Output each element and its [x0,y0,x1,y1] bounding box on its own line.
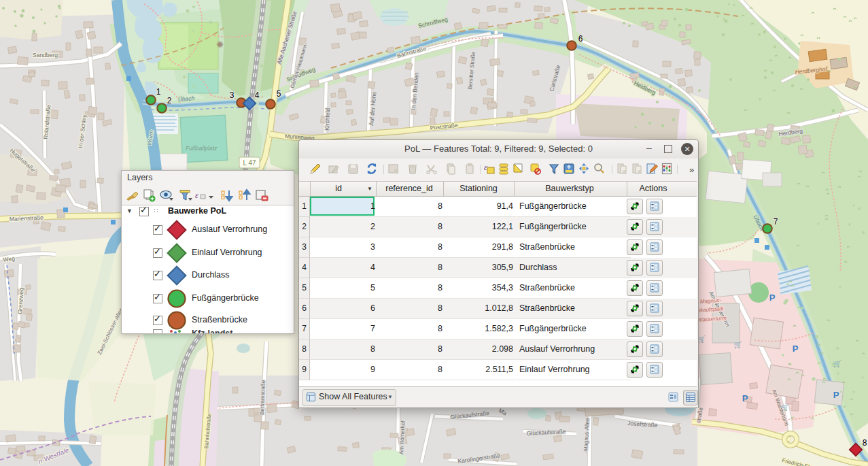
svg-text:4: 4 [255,90,260,100]
svg-text:Fußballplatz: Fußballplatz [186,145,218,152]
svg-text:5: 5 [277,89,281,99]
svg-text:P: P [793,344,799,354]
svg-text:2: 2 [167,96,172,105]
svg-text:ε: ε [484,163,487,172]
svg-text:3: 3 [230,90,235,100]
svg-text:6: 6 [578,34,583,44]
svg-text:»: » [689,165,694,175]
svg-text:P: P [833,390,839,400]
svg-text:🛒: 🛒 [833,359,842,368]
svg-text:ε: ε [195,190,198,200]
svg-text:Übach: Übach [177,95,194,103]
svg-text:8: 8 [863,438,867,448]
svg-text:L 47: L 47 [243,159,256,167]
svg-text:✺: ✺ [216,39,224,50]
svg-text:Kirchfeld: Kirchfeld [324,107,331,131]
svg-text:🛒: 🛒 [781,403,790,412]
svg-text:1: 1 [156,87,161,97]
svg-text:P: P [742,393,748,403]
svg-text:7: 7 [774,217,778,227]
svg-text:P: P [769,293,776,303]
svg-text:Sandberg: Sandberg [33,52,58,59]
svg-text:🛒: 🛒 [734,340,743,349]
svg-text:Bertramstraße: Bertramstraße [259,380,266,415]
